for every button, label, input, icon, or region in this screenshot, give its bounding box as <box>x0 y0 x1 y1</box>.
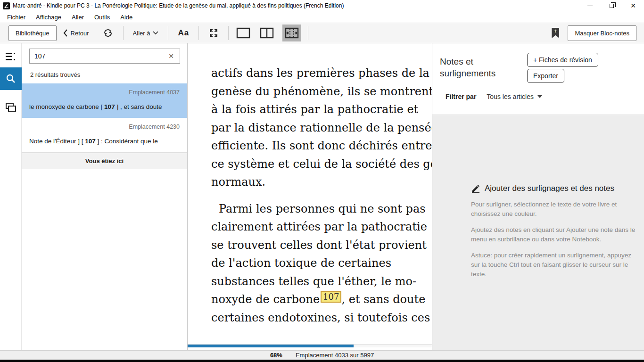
menu-aide[interactable]: Aide <box>115 11 138 23</box>
results-count: 2 résultats trouvés <box>30 71 80 78</box>
result-snippet: le monoxyde de carbone [ 107 ] , et sans… <box>29 103 180 110</box>
menu-fichier[interactable]: Fichier <box>2 11 31 23</box>
flashcards-button[interactable]: + Fiches de révision <box>527 53 598 67</box>
reading-progress-bar[interactable] <box>188 344 432 347</box>
help-title-row: Ajouter des surlignages et des notes <box>471 184 641 193</box>
snippet-pre: Note de l'Éditeur ] [ <box>29 138 85 145</box>
menu-affichage[interactable]: Affichage <box>31 11 66 23</box>
search-box: ✕ <box>29 49 180 64</box>
you-were-here-button[interactable]: Vous étiez ici <box>22 153 187 169</box>
back-button[interactable]: Retour <box>63 29 89 37</box>
result-location: Emplacement 4230 <box>29 123 180 130</box>
help-title: Ajouter des surlignages et des notes <box>485 184 614 193</box>
toc-list-icon <box>6 52 16 61</box>
fullscreen-button[interactable] <box>208 28 219 38</box>
progress-fill <box>188 345 354 347</box>
close-button[interactable]: ✕ <box>622 0 644 11</box>
status-bar: 68% Emplacement 4033 sur 5997 <box>0 350 644 360</box>
caret-down-icon <box>537 95 542 98</box>
footnote-link[interactable]: 107 <box>321 291 341 303</box>
chevron-left-icon <box>63 29 68 37</box>
filter-dropdown[interactable]: Tous les articles <box>487 93 542 100</box>
window-bottom-edge <box>0 360 644 362</box>
toolbar-separator <box>228 26 229 40</box>
hide-notebook-button[interactable]: Masquer Bloc-notes <box>568 25 636 41</box>
notes-title: Notes et surlignements <box>440 56 520 79</box>
sync-button[interactable] <box>102 27 114 39</box>
library-button[interactable]: Bibliothèque <box>8 25 57 41</box>
filter-row: Filtrer par Tous les articles <box>446 93 542 100</box>
book-line: actifs dans les premières phases de la <box>211 64 432 82</box>
search-input[interactable] <box>30 52 163 60</box>
book-line: Parmi les personnes qui ne sont pas <box>211 200 432 218</box>
bookmark-button[interactable]: + <box>552 28 559 38</box>
search-panel: ✕ 2 résultats trouvés Emplacement 4037 l… <box>22 43 188 350</box>
export-button[interactable]: Exporter <box>527 69 564 83</box>
book-line: ce système et celui de la société des ge… <box>211 155 432 173</box>
goto-label: Aller à <box>133 30 150 37</box>
chevron-down-icon <box>153 31 158 35</box>
reader-pane: actifs dans les premières phases de la g… <box>188 43 432 350</box>
kindle-window: Marc-andré - Kindle pour PC 3 - La Ponér… <box>0 0 644 362</box>
book-line: normaux. <box>211 173 432 191</box>
book-line: de l'action toxique de certaines <box>211 254 432 272</box>
restore-button[interactable] <box>601 0 622 11</box>
two-page-icon <box>260 27 274 39</box>
toolbar-left-group: Bibliothèque Retour Aller à Aa <box>0 23 311 43</box>
font-settings-button[interactable]: Aa <box>178 28 189 38</box>
notes-actions: + Fiches de révision Exporter <box>527 53 598 83</box>
filter-label: Filtrer par <box>446 93 476 100</box>
book-line: clairement attirées par la pathocratie <box>211 218 432 236</box>
content-area: ✕ 2 résultats trouvés Emplacement 4037 l… <box>0 43 644 350</box>
single-page-icon <box>236 27 250 39</box>
menu-bar: Fichier Affichage Aller Outils Aide <box>0 11 644 23</box>
location-indicator: Emplacement 4033 sur 5997 <box>296 352 374 359</box>
toolbar-separator <box>198 26 199 40</box>
book-line: à la fois attirés par la pathocratie et <box>211 100 432 119</box>
goto-dropdown[interactable]: Aller à <box>133 30 159 37</box>
result-snippet: Note de l'Éditeur ] [ 107 ] : Considéran… <box>29 138 180 145</box>
fullscreen-expand-icon <box>208 28 219 38</box>
table-of-contents-button[interactable] <box>0 46 22 67</box>
help-paragraph: Astuce: pour créer rapidement un surlign… <box>471 251 637 279</box>
line-pre: noxyde de carbone <box>211 293 320 306</box>
back-label: Retour <box>71 30 89 37</box>
title-bar: Marc-andré - Kindle pour PC 3 - La Ponér… <box>0 0 644 11</box>
kindle-app-icon <box>3 2 10 9</box>
paragraph: actifs dans les premières phases de la g… <box>211 64 432 191</box>
single-page-view-button[interactable] <box>235 26 251 40</box>
progress-percent: 68% <box>270 352 282 359</box>
xray-flashcards-button[interactable] <box>0 97 22 118</box>
help-paragraph: Ajoutez des notes en cliquant sur Ajoute… <box>471 225 637 244</box>
snippet-post: ] , et sans doute <box>115 103 162 110</box>
search-tab-button[interactable] <box>0 67 22 90</box>
book-line: par la distance rationnelle de la pensée <box>211 119 432 137</box>
pencil-icon <box>471 184 480 193</box>
snippet-pre: le monoxyde de carbone [ <box>29 103 104 110</box>
toolbar-right-group: + Masquer Bloc-notes <box>552 23 644 43</box>
two-page-view-button[interactable] <box>259 26 275 40</box>
search-result-row[interactable]: Emplacement 4230 Note de l'Éditeur ] [ 1… <box>22 118 187 153</box>
book-line-with-footnote: noxyde de carbone107, et sans doute <box>211 290 432 309</box>
menu-aller[interactable]: Aller <box>66 11 89 23</box>
book-line: certaines endotoxines, si toutefois ces <box>211 309 432 327</box>
paragraph: Parmi les personnes qui ne sont pas clai… <box>211 200 432 327</box>
book-text: actifs dans les premières phases de la g… <box>188 43 432 327</box>
search-icon <box>6 74 16 84</box>
minimize-button[interactable] <box>579 0 601 11</box>
close-icon: ✕ <box>630 2 636 9</box>
toolbar: Bibliothèque Retour Aller à Aa <box>0 23 644 43</box>
search-clear-icon[interactable]: ✕ <box>163 52 180 60</box>
result-location: Emplacement 4037 <box>29 89 180 96</box>
book-line: efficiente. Ils sont donc déchirés entre <box>211 137 432 155</box>
line-post: , et sans doute <box>341 293 425 306</box>
notes-panel: Notes et surlignements + Fiches de révis… <box>432 43 644 350</box>
notebook-view-icon <box>285 27 299 39</box>
toolbar-separator <box>168 26 168 40</box>
sync-icon <box>102 27 114 39</box>
book-line: se trouvent celles dont l'état provient <box>211 236 432 255</box>
search-result-row[interactable]: Emplacement 4037 le monoxyde de carbone … <box>22 83 187 118</box>
notebook-view-button[interactable] <box>282 25 301 41</box>
menu-outils[interactable]: Outils <box>89 11 115 23</box>
search-results-list: Emplacement 4037 le monoxyde de carbone … <box>22 83 187 169</box>
